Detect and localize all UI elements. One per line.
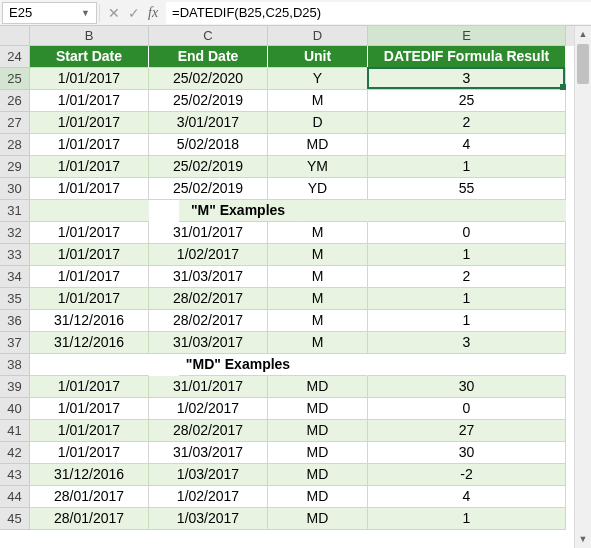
- row-header[interactable]: 30: [0, 178, 30, 200]
- row-header[interactable]: 25: [0, 68, 30, 90]
- column-header-c[interactable]: C: [149, 26, 268, 46]
- scroll-thumb[interactable]: [577, 44, 589, 84]
- cell[interactable]: 1/01/2017: [30, 244, 149, 266]
- cell[interactable]: 1/01/2017: [30, 420, 149, 442]
- cell[interactable]: 1/01/2017: [30, 112, 149, 134]
- cell[interactable]: 25: [368, 90, 566, 112]
- cell[interactable]: 1: [368, 244, 566, 266]
- cell[interactable]: 1: [368, 156, 566, 178]
- row-header[interactable]: 32: [0, 222, 30, 244]
- column-title[interactable]: End Date: [149, 46, 268, 68]
- cell[interactable]: YM: [268, 156, 368, 178]
- cell[interactable]: 1/01/2017: [30, 68, 149, 90]
- cell[interactable]: MD: [268, 464, 368, 486]
- cell[interactable]: 1/02/2017: [149, 486, 268, 508]
- cell[interactable]: MD: [268, 376, 368, 398]
- section-label[interactable]: [368, 200, 566, 222]
- row-header[interactable]: 39: [0, 376, 30, 398]
- cell[interactable]: 3: [368, 332, 566, 354]
- row-header[interactable]: 38: [0, 354, 30, 376]
- cells-area[interactable]: Start DateEnd DateUnitDATEDIF Formula Re…: [30, 46, 566, 530]
- cell[interactable]: 1: [368, 310, 566, 332]
- section-label[interactable]: "M" Examples: [179, 200, 298, 222]
- cell[interactable]: 30: [368, 376, 566, 398]
- cell[interactable]: 1/01/2017: [30, 266, 149, 288]
- row-header[interactable]: 40: [0, 398, 30, 420]
- cell[interactable]: 28/02/2017: [149, 310, 268, 332]
- cell[interactable]: 31/01/2017: [149, 222, 268, 244]
- row-header[interactable]: 42: [0, 442, 30, 464]
- cell[interactable]: 25/02/2019: [149, 90, 268, 112]
- cell[interactable]: 1/01/2017: [30, 398, 149, 420]
- cell[interactable]: 2: [368, 266, 566, 288]
- cell[interactable]: 31/12/2016: [30, 310, 149, 332]
- cell[interactable]: 1/01/2017: [30, 134, 149, 156]
- cell[interactable]: 5/02/2018: [149, 134, 268, 156]
- row-header[interactable]: 28: [0, 134, 30, 156]
- cell[interactable]: MD: [268, 508, 368, 530]
- column-header-e[interactable]: E: [368, 26, 566, 46]
- cell[interactable]: 0: [368, 398, 566, 420]
- cell[interactable]: 1/01/2017: [30, 90, 149, 112]
- cell[interactable]: M: [268, 90, 368, 112]
- row-header[interactable]: 35: [0, 288, 30, 310]
- cell[interactable]: D: [268, 112, 368, 134]
- cell[interactable]: M: [268, 222, 368, 244]
- cell[interactable]: 1/01/2017: [30, 376, 149, 398]
- cell[interactable]: M: [268, 266, 368, 288]
- accept-icon[interactable]: ✓: [128, 5, 140, 21]
- cell[interactable]: 1/03/2017: [149, 508, 268, 530]
- cell[interactable]: Y: [268, 68, 368, 90]
- cell[interactable]: M: [268, 288, 368, 310]
- cell[interactable]: MD: [268, 134, 368, 156]
- row-header[interactable]: 41: [0, 420, 30, 442]
- row-header[interactable]: 37: [0, 332, 30, 354]
- cell[interactable]: 25/02/2019: [149, 178, 268, 200]
- cell[interactable]: 1/01/2017: [30, 222, 149, 244]
- cell[interactable]: 31/01/2017: [149, 376, 268, 398]
- cell[interactable]: 4: [368, 134, 566, 156]
- column-header-d[interactable]: D: [268, 26, 368, 46]
- row-header[interactable]: 27: [0, 112, 30, 134]
- cell[interactable]: M: [268, 332, 368, 354]
- cell[interactable]: 25/02/2020: [149, 68, 268, 90]
- cell[interactable]: 31/03/2017: [149, 442, 268, 464]
- select-all-corner[interactable]: [0, 26, 30, 46]
- cell[interactable]: -2: [368, 464, 566, 486]
- cell[interactable]: 1/02/2017: [149, 244, 268, 266]
- cell[interactable]: 28/02/2017: [149, 288, 268, 310]
- scroll-up-icon[interactable]: ▲: [575, 26, 591, 43]
- cell[interactable]: 25/02/2019: [149, 156, 268, 178]
- cell[interactable]: 2: [368, 112, 566, 134]
- fx-icon[interactable]: fx: [148, 5, 158, 21]
- section-label[interactable]: "MD" Examples: [179, 354, 298, 376]
- row-header[interactable]: 31: [0, 200, 30, 222]
- cell[interactable]: 31/12/2016: [30, 332, 149, 354]
- formula-input[interactable]: [166, 2, 591, 24]
- row-header[interactable]: 34: [0, 266, 30, 288]
- section-label[interactable]: [30, 354, 149, 376]
- cell[interactable]: 1/01/2017: [30, 288, 149, 310]
- cell[interactable]: 1/03/2017: [149, 464, 268, 486]
- cell[interactable]: 55: [368, 178, 566, 200]
- cancel-icon[interactable]: ✕: [108, 5, 120, 21]
- row-header[interactable]: 24: [0, 46, 30, 68]
- section-label[interactable]: [30, 200, 149, 222]
- row-header[interactable]: 33: [0, 244, 30, 266]
- cell[interactable]: 31/03/2017: [149, 332, 268, 354]
- row-header[interactable]: 43: [0, 464, 30, 486]
- row-header[interactable]: 29: [0, 156, 30, 178]
- cell[interactable]: 27: [368, 420, 566, 442]
- column-title[interactable]: DATEDIF Formula Result: [368, 46, 566, 68]
- cell[interactable]: 31/12/2016: [30, 464, 149, 486]
- name-box[interactable]: E25 ▼: [2, 2, 97, 24]
- column-title[interactable]: Unit: [268, 46, 368, 68]
- cell[interactable]: 30: [368, 442, 566, 464]
- chevron-down-icon[interactable]: ▼: [81, 8, 90, 18]
- cell[interactable]: 28/01/2017: [30, 486, 149, 508]
- cell[interactable]: 4: [368, 486, 566, 508]
- section-label[interactable]: [368, 354, 566, 376]
- cell[interactable]: M: [268, 244, 368, 266]
- vertical-scrollbar[interactable]: ▲ ▼: [574, 26, 591, 548]
- row-header[interactable]: 45: [0, 508, 30, 530]
